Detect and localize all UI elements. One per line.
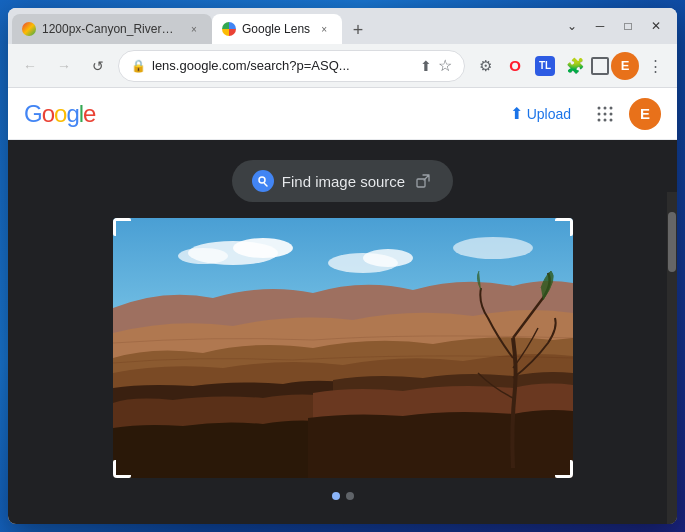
browser-window: 1200px-Canyon_River_T... × Google Lens ×… [8,8,677,524]
scrollbar-thumb[interactable] [668,212,676,272]
tl-extension-icon[interactable]: TL [531,52,559,80]
svg-point-7 [604,118,607,121]
canyon-svg [113,218,573,478]
svg-point-1 [604,106,607,109]
extensions-icon[interactable]: 🧩 [561,52,589,80]
find-source-label: Find image source [282,173,405,190]
scrollbar[interactable] [667,192,677,524]
menu-icon[interactable]: ⋮ [641,52,669,80]
canyon-image [113,218,573,478]
forward-button[interactable]: → [50,52,78,80]
lens-icon [252,170,274,192]
svg-line-10 [265,183,268,186]
titlebar: 1200px-Canyon_River_T... × Google Lens ×… [8,8,677,44]
logo-g: G [24,100,42,127]
corner-marker-bl [113,460,131,478]
bookmark-icon[interactable]: ☆ [438,56,452,75]
tab-close-canyon[interactable]: × [186,21,202,37]
tabs-area: 1200px-Canyon_River_T... × Google Lens ×… [8,8,551,44]
chevron-down-icon[interactable]: ⌄ [559,13,585,39]
svg-point-18 [453,237,533,259]
svg-point-0 [598,106,601,109]
lock-icon: 🔒 [131,59,146,73]
url-text: lens.google.com/search?p=ASQ... [152,58,414,73]
tl-badge: TL [535,56,555,76]
profile-rectangle-icon[interactable] [591,57,609,75]
new-tab-button[interactable]: + [344,16,372,44]
share-icon: ⬆ [420,58,432,74]
tab-canyon[interactable]: 1200px-Canyon_River_T... × [12,14,212,44]
svg-point-14 [233,238,293,258]
image-container [113,218,573,478]
corner-marker-br [555,460,573,478]
upload-button[interactable]: ⬆ Upload [500,98,581,129]
opera-icon[interactable]: O [501,52,529,80]
page-dots [332,492,354,500]
toolbar: ← → ↺ 🔒 lens.google.com/search?p=ASQ... … [8,44,677,88]
close-button[interactable]: ✕ [643,13,669,39]
svg-point-8 [610,118,613,121]
restore-button[interactable]: □ [615,13,641,39]
external-link-icon [413,171,433,191]
minimize-button[interactable]: ─ [587,13,613,39]
tab-title-canyon: 1200px-Canyon_River_T... [42,22,180,36]
address-bar[interactable]: 🔒 lens.google.com/search?p=ASQ... ⬆ ☆ [118,50,465,82]
reload-button[interactable]: ↺ [84,52,112,80]
tab-favicon-canyon [22,22,36,36]
svg-point-4 [604,112,607,115]
corner-marker-tr [555,218,573,236]
corner-marker-tl [113,218,131,236]
tab-title-lens: Google Lens [242,22,310,36]
page-dot-1[interactable] [332,492,340,500]
apps-icon[interactable] [589,98,621,130]
svg-point-17 [363,249,413,267]
settings-icon[interactable]: ⚙ [471,52,499,80]
back-button[interactable]: ← [16,52,44,80]
logo-e: e [83,100,95,127]
svg-point-15 [178,248,228,264]
logo-o2: o [54,100,66,127]
tab-favicon-lens [222,22,236,36]
svg-point-9 [259,177,265,183]
upload-icon: ⬆ [510,104,523,123]
header-actions: ⬆ Upload E [500,98,661,130]
profile-button[interactable]: E [611,52,639,80]
upload-label: Upload [527,106,571,122]
main-content: Find image source [8,140,677,524]
toolbar-icons: ⚙ O TL 🧩 E ⋮ [471,52,669,80]
page-dot-2[interactable] [346,492,354,500]
find-image-source-button[interactable]: Find image source [232,160,453,202]
svg-point-2 [610,106,613,109]
logo-g2: g [66,100,78,127]
svg-point-6 [598,118,601,121]
header-profile-avatar[interactable]: E [629,98,661,130]
logo-o1: o [42,100,54,127]
grid-icon-svg [596,105,614,123]
tab-google-lens[interactable]: Google Lens × [212,14,342,44]
google-logo: Google [24,100,95,128]
svg-point-5 [610,112,613,115]
tab-close-lens[interactable]: × [316,21,332,37]
svg-point-3 [598,112,601,115]
google-header: Google ⬆ Upload [8,88,677,140]
window-controls: ⌄ ─ □ ✕ [551,8,677,44]
